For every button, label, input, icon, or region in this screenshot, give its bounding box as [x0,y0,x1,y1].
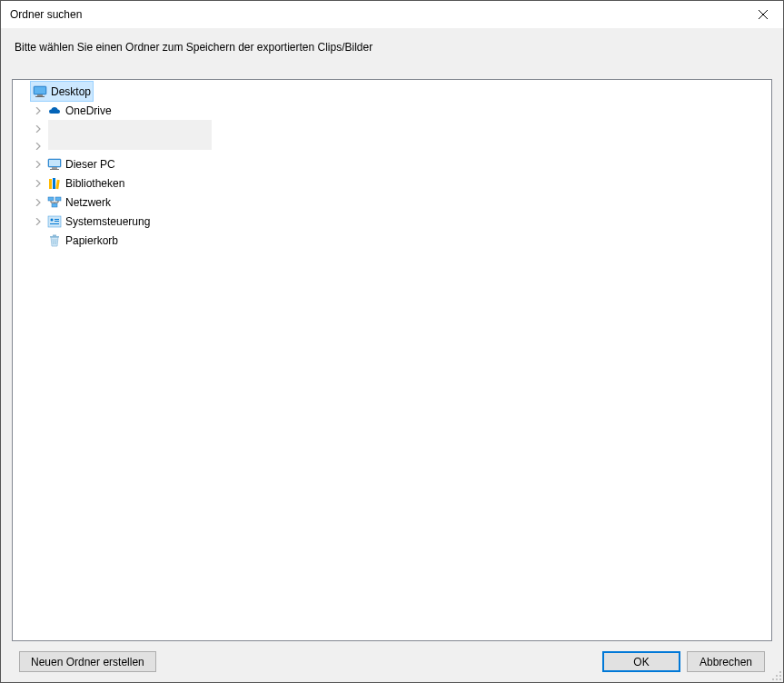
svg-rect-1 [35,87,45,94]
expand-icon[interactable] [31,176,45,191]
button-group: OK Abbrechen [602,651,765,672]
tree-item[interactable]: Systemsteuerung [13,212,771,231]
svg-rect-18 [50,223,59,224]
svg-rect-20 [53,234,56,236]
svg-point-28 [776,678,778,680]
svg-point-25 [776,675,778,677]
svg-point-29 [779,678,781,680]
desktop-icon [33,84,47,99]
tree-item-label: Systemsteuerung [65,215,150,228]
tree-item[interactable]: Dieser PC [13,154,771,173]
onedrive-icon [47,104,62,118]
expand-icon[interactable] [31,104,45,118]
expand-icon[interactable] [31,139,45,153]
button-bar: Neuen Ordner erstellen OK Abbrechen [12,641,772,682]
network-icon [47,195,62,210]
expand-icon[interactable] [31,122,45,136]
svg-rect-2 [37,94,43,96]
cancel-button[interactable]: Abbrechen [687,651,765,672]
recyclebin-icon [47,233,62,248]
tree-item-label: Netzwerk [65,196,111,209]
expand-icon[interactable] [31,195,45,210]
dialog-content: Bitte wählen Sie einen Ordner zum Speich… [1,28,783,682]
controlpanel-icon [47,214,62,229]
expand-icon[interactable] [31,157,45,172]
thispc-icon [47,157,62,172]
titlebar: Ordner suchen [1,1,783,28]
redacted-area [48,120,212,150]
tree-item[interactable]: Desktop [13,82,771,101]
expand-icon [31,233,45,248]
svg-rect-16 [55,219,59,220]
tree-item-label: Bibliotheken [65,177,124,190]
svg-point-27 [772,678,774,680]
resize-grip-icon[interactable] [771,670,782,681]
svg-rect-17 [55,221,59,222]
close-button[interactable] [742,1,783,28]
new-folder-button[interactable]: Neuen Ordner erstellen [19,651,156,672]
tree-item-label: Desktop [51,85,91,98]
tree-item[interactable]: Netzwerk [13,193,771,212]
svg-rect-3 [35,96,45,97]
tree-item-label: Dieser PC [65,158,115,171]
expand-icon[interactable] [31,214,45,229]
tree-item[interactable]: Papierkorb [13,231,771,250]
svg-point-24 [779,671,781,673]
svg-rect-9 [53,178,55,189]
svg-rect-5 [49,160,60,166]
tree-item[interactable]: OneDrive [13,101,771,120]
folder-tree: DesktopOneDriveDieser PCBibliothekenNetz… [13,81,771,251]
ok-button[interactable]: OK [602,651,680,672]
svg-rect-13 [52,203,57,207]
tree-item[interactable]: Bibliotheken [13,173,771,193]
tree-item-redacted[interactable] [13,120,771,154]
svg-point-15 [51,218,54,221]
expand-icon [16,84,31,99]
folder-tree-container[interactable]: DesktopOneDriveDieser PCBibliothekenNetz… [12,79,772,641]
svg-rect-19 [50,236,59,238]
window-title: Ordner suchen [10,8,82,21]
svg-rect-10 [55,179,59,188]
svg-point-26 [779,675,781,677]
close-icon [759,10,768,19]
svg-rect-8 [49,179,52,189]
libraries-icon [47,176,62,191]
svg-rect-6 [52,167,57,169]
svg-rect-7 [50,169,59,170]
instruction-text: Bitte wählen Sie einen Ordner zum Speich… [12,41,772,54]
svg-rect-11 [48,197,54,201]
svg-rect-12 [55,197,61,201]
tree-item-label: OneDrive [65,104,112,117]
tree-item-label: Papierkorb [65,234,118,247]
